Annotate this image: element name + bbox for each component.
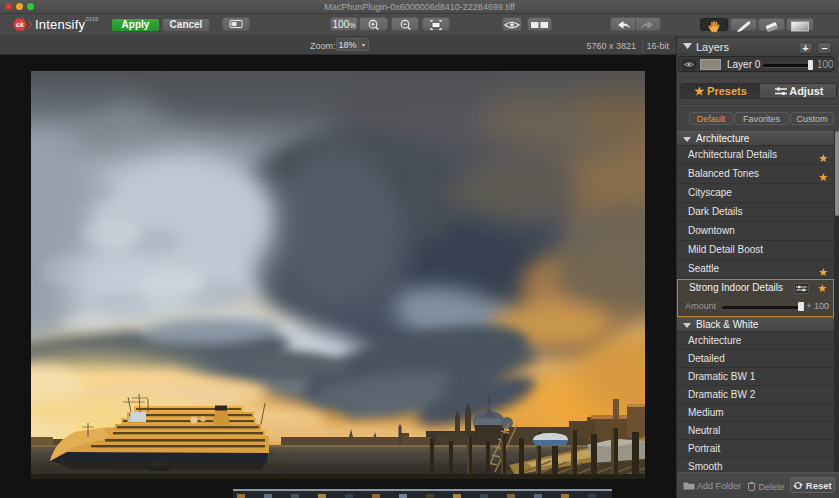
- svg-text:ck: ck: [16, 21, 25, 28]
